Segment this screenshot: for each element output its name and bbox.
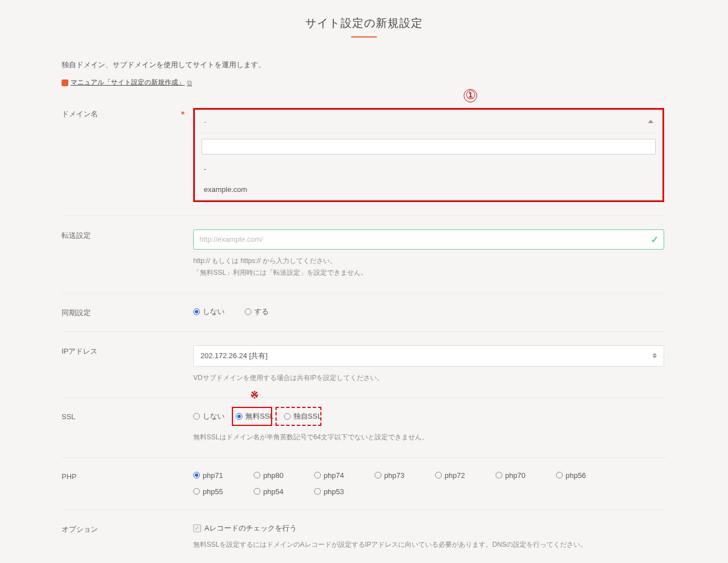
ssl-own-label: 独自SSL (293, 411, 322, 421)
transfer-helper-2: 「無料SSL」利用時には「転送設定」を設定できません。 (193, 267, 664, 279)
php-option-label: php56 (566, 471, 586, 480)
option-helper: 無料SSLを設定するにはドメインのAレコードが設定するIPアドレスに向いている必… (193, 539, 664, 551)
ssl-radio-free[interactable]: 無料SSL (236, 411, 274, 421)
php-radio-php53[interactable]: php53 (314, 487, 358, 496)
chevron-up-icon (652, 353, 657, 355)
intro-text: 独自ドメイン、サブドメインを使用してサイトを運用します。 (62, 60, 666, 70)
radio-icon (284, 413, 291, 420)
page-title: サイト設定の新規設定 (62, 16, 666, 31)
domain-search-input[interactable] (202, 139, 656, 154)
php-option-label: php70 (505, 471, 525, 480)
domain-selected-value: - (204, 118, 206, 126)
radio-icon (496, 472, 502, 478)
annotation-number-1: ① (464, 89, 477, 102)
php-radio-php72[interactable]: php72 (435, 471, 479, 480)
php-radio-php73[interactable]: php73 (375, 471, 418, 480)
book-icon (62, 79, 68, 86)
php-option-label: php71 (203, 471, 223, 480)
domain-option[interactable]: example.com (196, 179, 661, 199)
ip-helper: VDサブドメインを使用する場合は共有IPを設定してください。 (193, 372, 664, 384)
radio-icon (314, 488, 321, 495)
ssl-helper: 無料SSLはドメイン名が半角英数記号で64文字以下でないと設定できません。 (193, 431, 664, 444)
radio-icon (193, 488, 200, 495)
radio-icon (254, 472, 260, 478)
radio-icon (193, 413, 200, 420)
php-option-label: php73 (384, 471, 404, 480)
ssl-radio-own[interactable]: 独自SSL (284, 411, 322, 421)
radio-icon (375, 472, 381, 478)
arecord-checkbox[interactable]: ✓ (193, 524, 201, 532)
chevron-down-icon (652, 356, 657, 358)
php-label: PHP (62, 472, 77, 481)
php-radio-php56[interactable]: php56 (556, 471, 600, 480)
domain-label: ドメイン名 (62, 109, 98, 119)
php-radio-php71[interactable]: php71 (193, 471, 237, 480)
check-icon: ✓ (195, 526, 199, 531)
php-option-label: php55 (203, 487, 223, 496)
radio-icon (435, 472, 442, 478)
domain-option[interactable]: - (196, 159, 661, 179)
php-radio-php80[interactable]: php80 (254, 471, 297, 480)
arecord-checkbox-label: Aレコードのチェックを行う (204, 523, 297, 533)
title-underline (351, 36, 377, 37)
php-radio-php54[interactable]: php54 (254, 487, 297, 496)
radio-icon (236, 413, 242, 420)
sync-radio-no[interactable]: しない (193, 307, 235, 317)
external-link-icon: ⧉ (187, 79, 192, 87)
annotation-asterisk: ※ (250, 389, 259, 401)
ssl-free-label: 無料SSL (245, 411, 274, 421)
transfer-helper-1: http:// もしくは https:// から入力してください。 (193, 255, 664, 268)
transfer-input[interactable] (193, 229, 664, 250)
radio-icon (314, 472, 321, 478)
ssl-label: SSL (62, 412, 76, 421)
sync-radio-yes[interactable]: する (245, 307, 286, 317)
domain-option-label: - (204, 165, 206, 173)
sync-label: 同期設定 (62, 308, 91, 317)
php-radio-php70[interactable]: php70 (496, 471, 539, 480)
radio-icon (193, 472, 200, 478)
transfer-label: 転送設定 (62, 231, 91, 240)
sync-yes-label: する (254, 307, 269, 317)
php-option-label: php80 (263, 471, 283, 480)
ip-select[interactable]: 202.172.26.24 [共有] (193, 345, 664, 367)
radio-icon (245, 308, 251, 315)
ip-select-value: 202.172.26.24 [共有] (200, 351, 268, 361)
php-option-label: php72 (445, 471, 465, 480)
radio-icon (556, 472, 563, 478)
ssl-radio-none[interactable]: しない (193, 411, 226, 421)
php-radio-php74[interactable]: php74 (314, 471, 358, 480)
chevron-up-icon (648, 120, 654, 123)
domain-dropdown-highlight: - - example.com (193, 108, 664, 202)
php-option-label: php53 (324, 487, 344, 496)
check-icon: ✓ (651, 234, 659, 246)
manual-link-label: マニュアル「サイト設定の新規作成」 (71, 78, 185, 87)
domain-dropdown-selected[interactable]: - (196, 111, 661, 133)
domain-option-label: example.com (204, 185, 247, 194)
required-mark: ＊ (179, 109, 186, 119)
php-option-label: php74 (324, 471, 344, 480)
manual-link[interactable]: マニュアル「サイト設定の新規作成」 ⧉ (62, 78, 192, 87)
sync-no-label: しない (203, 307, 225, 317)
ssl-none-label: しない (203, 411, 225, 421)
php-radio-php55[interactable]: php55 (193, 487, 237, 496)
ip-label: IPアドレス (62, 347, 97, 355)
radio-icon (254, 488, 260, 495)
radio-icon (193, 308, 200, 315)
option-label: オプション (62, 525, 98, 533)
php-option-label: php54 (263, 487, 283, 496)
